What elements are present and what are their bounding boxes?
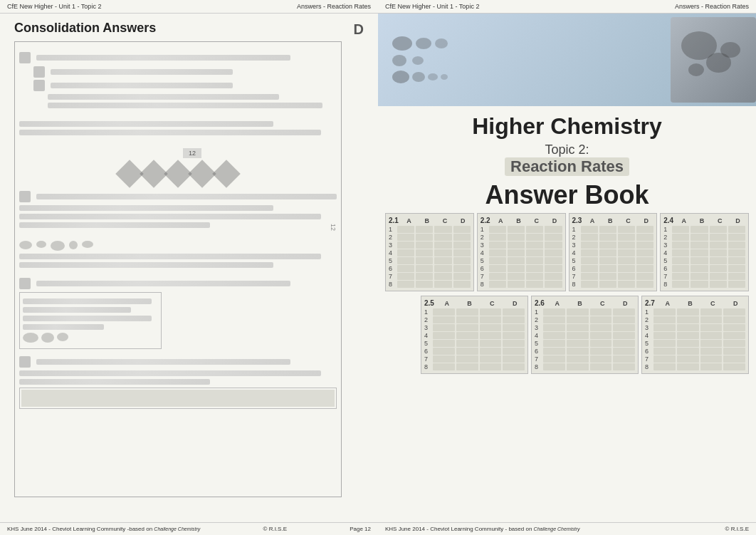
answer-row: 1 xyxy=(572,226,654,233)
answer-row: 4 xyxy=(389,249,471,256)
blurred-line xyxy=(51,83,233,88)
diamond-shape xyxy=(212,160,241,188)
answer-rows-2-7: 1 2 3 4 5 6 7 8 xyxy=(645,308,745,370)
answer-row: 8 xyxy=(424,363,525,370)
answer-row: 4 xyxy=(481,249,562,256)
answer-row: 4 xyxy=(535,332,635,339)
answer-rows-2-3: 1 2 3 4 5 6 7 8 xyxy=(572,226,654,288)
blurred-num xyxy=(19,278,31,289)
answer-row: 3 xyxy=(663,241,745,249)
img-blob xyxy=(688,63,704,76)
blurred-num xyxy=(19,356,31,368)
content-section-4 xyxy=(19,237,337,272)
section-header-2-1: 2.1 A B C D xyxy=(389,217,471,224)
answer-row: 6 xyxy=(572,265,654,272)
section-header-2-3: 2.3 A B C D xyxy=(572,217,654,224)
answer-rows-2-1: 1 2 3 4 5 6 7 8 xyxy=(389,226,471,288)
answer-row: 6 xyxy=(424,348,525,355)
blurred-line xyxy=(23,324,104,330)
reaction-rates-label: Reaction Rates xyxy=(378,157,756,176)
answer-section-2-2: 2.2 A B C D 1 2 3 4 5 6 7 8 xyxy=(477,213,566,291)
section-header-2-4: 2.4 A B C D xyxy=(663,217,745,224)
answer-row: 4 xyxy=(572,249,654,256)
blurred-line xyxy=(36,194,337,199)
blob xyxy=(41,333,54,343)
blurred-line xyxy=(23,316,152,321)
blurred-line xyxy=(36,281,290,286)
answer-row: 8 xyxy=(645,363,745,370)
answer-row: 6 xyxy=(645,348,745,355)
answer-row: 2 xyxy=(645,316,745,323)
blob xyxy=(19,241,32,249)
answer-section-2-5: 2.5 A B C D 1 2 3 4 5 6 7 8 xyxy=(421,296,528,374)
right-footer-text: KHS June 2014 - Cheviot Learning Communi… xyxy=(385,526,580,532)
answer-row: 4 xyxy=(663,249,745,256)
blurred-line xyxy=(23,307,131,313)
blob xyxy=(36,241,46,248)
side-marker: 12 xyxy=(330,224,337,231)
answer-row: 5 xyxy=(535,340,635,347)
right-page: CfE New Higher - Unit 1 - Topic 2 Answer… xyxy=(378,0,756,535)
answer-row: 3 xyxy=(645,324,745,331)
answer-row: 6 xyxy=(535,348,635,355)
blurred-line xyxy=(19,262,273,268)
answer-row: 4 xyxy=(424,332,525,339)
footer-brand: Challenge Chemistry xyxy=(534,526,580,531)
content-section-6 xyxy=(19,355,337,413)
blurred-line xyxy=(19,370,321,376)
blurred-line xyxy=(51,69,233,75)
answer-rows-2-2: 1 2 3 4 5 6 7 8 xyxy=(481,226,562,288)
blurred-num xyxy=(19,52,31,63)
blob-row-3 xyxy=(392,71,448,83)
answer-row: 3 xyxy=(535,324,635,331)
answer-row: 3 xyxy=(481,241,562,249)
blurred-line xyxy=(19,222,210,228)
blob xyxy=(69,241,78,249)
answer-row: 8 xyxy=(481,281,562,288)
blurred-line xyxy=(19,379,210,385)
banner-area xyxy=(378,14,756,106)
answer-row: 3 xyxy=(389,241,471,249)
page-num-badge: 12 xyxy=(48,145,337,158)
answer-row: 7 xyxy=(663,273,745,280)
blurred-line xyxy=(36,55,290,61)
answer-row: 6 xyxy=(481,265,562,272)
answer-section-2-3: 2.3 A B C D 1 2 3 4 5 6 7 8 xyxy=(569,213,658,291)
blurred-line xyxy=(19,254,321,259)
right-page-content: Higher Chemistry Topic 2: Reaction Rates… xyxy=(378,14,756,522)
blob xyxy=(412,56,424,65)
answer-row: 8 xyxy=(572,281,654,288)
answer-row: 2 xyxy=(481,234,562,241)
answer-row: 5 xyxy=(663,257,745,264)
answer-row: 6 xyxy=(663,265,745,272)
reaction-rates-highlight: Reaction Rates xyxy=(505,157,629,176)
blob-row xyxy=(392,36,448,51)
blob xyxy=(441,74,448,80)
answer-row: 2 xyxy=(572,234,654,241)
bottom-answer-grid: 2.5 A B C D 1 2 3 4 5 6 7 8 xyxy=(378,294,756,374)
section-header-2-7: 2.7 A B C D xyxy=(645,299,745,307)
content-section-5 xyxy=(19,276,337,350)
blurred-line xyxy=(36,359,290,365)
left-blob-group xyxy=(392,36,448,83)
blurred-line xyxy=(19,214,321,219)
answer-row: 4 xyxy=(645,332,745,339)
blob xyxy=(416,38,431,49)
answer-row: 2 xyxy=(535,316,635,323)
d-badge: D xyxy=(354,21,364,38)
blob xyxy=(435,38,448,48)
blurred-num xyxy=(33,80,45,91)
answer-row: 1 xyxy=(481,226,562,233)
footer-brand: Challenge Chemistry xyxy=(154,526,200,531)
answer-row: 3 xyxy=(572,241,654,249)
left-page-footer: KHS June 2014 - Cheviot Learning Communi… xyxy=(0,522,378,535)
answer-row: 7 xyxy=(645,355,745,363)
blob xyxy=(57,333,68,341)
blurred-line xyxy=(23,298,152,304)
answer-rows-2-5: 1 2 3 4 5 6 7 8 xyxy=(424,308,525,370)
answer-section-2-4: 2.4 A B C D 1 2 3 4 5 6 7 8 xyxy=(660,213,749,291)
answer-row: 5 xyxy=(645,340,745,347)
left-footer-text: KHS June 2014 - Cheviot Learning Communi… xyxy=(7,526,200,532)
left-page-header: CfE New Higher - Unit 1 - Topic 2 Answer… xyxy=(0,0,378,14)
answer-row: 7 xyxy=(535,355,635,363)
